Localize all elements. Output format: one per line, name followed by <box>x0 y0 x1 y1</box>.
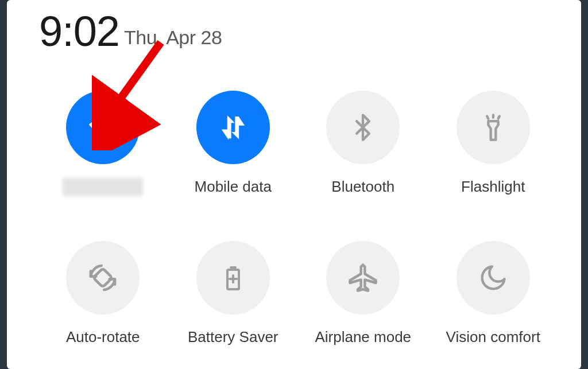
svg-rect-3 <box>94 269 113 288</box>
battery-saver-label: Battery Saver <box>188 328 278 346</box>
bluetooth-toggle[interactable] <box>326 91 400 164</box>
battery-saver-toggle[interactable] <box>196 241 270 314</box>
tile-battery-saver: Battery Saver <box>168 241 299 346</box>
mobile-data-icon <box>218 112 249 143</box>
auto-rotate-icon <box>87 262 119 294</box>
auto-rotate-label: Auto-rotate <box>66 328 140 346</box>
mobile-data-toggle[interactable] <box>196 91 270 164</box>
moon-icon <box>478 263 508 293</box>
clock-date: Thu, Apr 28 <box>124 28 222 47</box>
tile-mobile-data: Mobile data <box>168 91 299 196</box>
quick-settings-grid: Mobile data Bluetooth <box>38 91 564 346</box>
flashlight-label: Flashlight <box>461 178 525 196</box>
battery-saver-icon <box>219 264 247 292</box>
wifi-toggle[interactable] <box>66 91 140 164</box>
svg-line-2 <box>498 116 499 119</box>
vision-comfort-label: Vision comfort <box>446 328 540 346</box>
clock-time: 9:02 <box>39 10 119 53</box>
mobile-data-label: Mobile data <box>195 178 272 196</box>
bluetooth-label: Bluetooth <box>331 178 394 196</box>
tile-flashlight: Flashlight <box>428 91 559 196</box>
wifi-label-redacted <box>63 178 143 196</box>
flashlight-toggle[interactable] <box>457 91 530 164</box>
bluetooth-icon <box>348 112 378 142</box>
tile-vision-comfort: Vision comfort <box>428 241 559 346</box>
airplane-mode-label: Airplane mode <box>315 328 411 346</box>
svg-line-1 <box>487 116 488 119</box>
wifi-icon <box>86 110 120 145</box>
quick-settings-panel: 9:02 Thu, Apr 28 <box>7 0 581 369</box>
tile-bluetooth: Bluetooth <box>298 91 428 196</box>
status-header: 9:02 Thu, Apr 28 <box>39 10 564 53</box>
airplane-icon <box>347 262 378 293</box>
vision-comfort-toggle[interactable] <box>457 241 530 314</box>
flashlight-icon <box>478 112 508 142</box>
tile-airplane: Airplane mode <box>298 241 428 346</box>
airplane-mode-toggle[interactable] <box>326 241 400 314</box>
tile-auto-rotate: Auto-rotate <box>38 241 168 346</box>
tile-wifi <box>38 91 168 196</box>
auto-rotate-toggle[interactable] <box>66 241 140 314</box>
